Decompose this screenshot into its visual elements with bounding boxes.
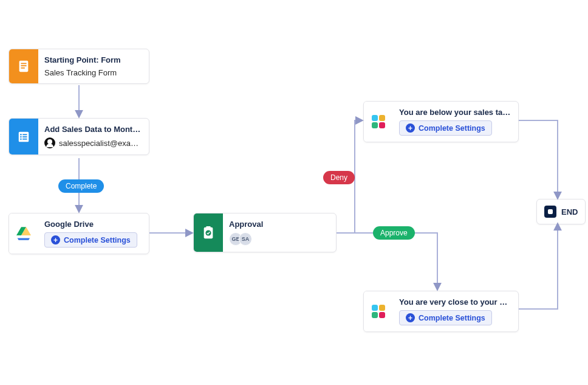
node-approval[interactable]: Approval GE SA [193,213,337,252]
button-label: Complete Settings [419,124,485,133]
svg-point-9 [20,134,22,136]
plus-icon: + [406,123,415,133]
avatar: SA [239,232,252,246]
assignee-email: salesspecialist@exam... [59,139,142,148]
stop-icon [544,206,556,218]
node-slack-close[interactable]: You are very close to your sal... + Comp… [363,291,519,332]
node-title: Approval [229,220,329,229]
assignee-row: salesspecialist@exam... [44,137,142,148]
approval-icon [194,213,223,252]
node-title: You are below your sales targ... [399,108,511,117]
plus-icon: + [51,235,60,245]
node-title: Add Sales Data to Monthly R... [44,125,142,134]
svg-rect-14 [22,138,27,139]
google-drive-icon [9,213,38,254]
svg-point-13 [20,138,22,140]
edge-label-approve: Approve [373,226,415,240]
avatar-group: GE SA [229,232,329,246]
node-subtitle: Sales Tracking Form [44,68,142,77]
slack-icon [364,102,393,142]
svg-point-11 [20,136,22,137]
node-starting-point[interactable]: Starting Point: Form Sales Tracking Form [9,49,149,84]
node-slack-below[interactable]: You are below your sales targ... + Compl… [363,101,519,142]
plus-icon: + [406,313,415,322]
edge-label-deny: Deny [323,171,355,184]
button-label: Complete Settings [64,236,131,245]
node-title: Google Drive [44,220,142,229]
button-label: Complete Settings [419,314,485,322]
list-icon [9,119,38,154]
svg-rect-6 [21,65,26,66]
svg-rect-7 [21,68,24,69]
svg-rect-16 [206,226,210,229]
node-google-drive[interactable]: Google Drive + Complete Settings [9,213,149,254]
svg-rect-12 [22,136,27,137]
slack-icon [364,291,393,331]
svg-rect-5 [21,63,26,64]
form-icon [9,49,38,83]
svg-rect-10 [22,134,27,135]
node-title: Starting Point: Form [44,55,142,64]
node-end[interactable]: END [536,199,586,224]
node-task[interactable]: Add Sales Data to Monthly R... salesspec… [9,118,149,155]
person-icon [44,137,55,148]
end-label: END [561,207,578,217]
node-title: You are very close to your sal... [399,297,511,307]
edge-label-complete: Complete [58,179,104,193]
complete-settings-button[interactable]: + Complete Settings [399,120,492,136]
complete-settings-button[interactable]: + Complete Settings [399,310,492,325]
complete-settings-button[interactable]: + Complete Settings [44,232,137,248]
